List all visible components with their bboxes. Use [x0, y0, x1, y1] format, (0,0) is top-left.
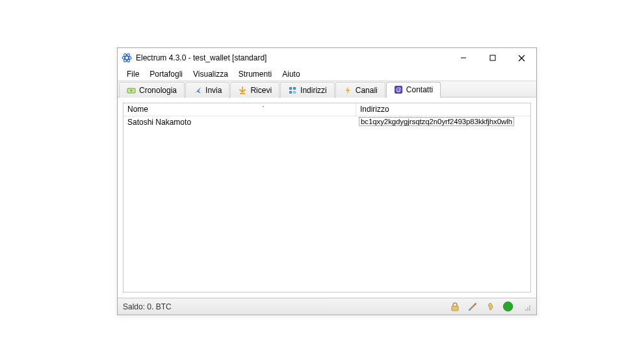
menu-file[interactable]: File — [122, 68, 144, 80]
network-status-icon[interactable] — [502, 301, 514, 313]
header-address[interactable]: Indirizzo — [356, 103, 530, 116]
svg-point-1 — [122, 56, 131, 59]
svg-rect-13 — [289, 91, 292, 94]
tab-label: Ricevi — [250, 86, 272, 95]
svg-point-24 — [527, 309, 528, 311]
tab-label: Contatti — [406, 85, 433, 94]
svg-text:@: @ — [395, 86, 401, 93]
settings-icon[interactable] — [467, 301, 478, 313]
cell-address: bc1qxy2kgdygjrsqtzq2n0yrf2493p83kkfjhx0w… — [356, 116, 530, 128]
cell-name: Satoshi Nakamoto — [124, 116, 356, 128]
tab-channels[interactable]: Canali — [335, 82, 385, 98]
receive-icon — [238, 86, 247, 95]
svg-point-20 — [474, 303, 476, 305]
tab-label: Cronologia — [139, 86, 177, 95]
menu-tools[interactable]: Strumenti — [233, 68, 277, 80]
menubar: File Portafogli Visualizza Strumenti Aiu… — [118, 68, 536, 81]
svg-point-27 — [527, 307, 528, 309]
tab-addresses[interactable]: Indirizzi — [280, 82, 335, 98]
titlebar: Electrum 4.3.0 - test_wallet [standard] — [118, 48, 536, 68]
menu-view[interactable]: Visualizza — [188, 68, 233, 80]
tab-label: Indirizzi — [300, 86, 327, 95]
maximize-button[interactable] — [478, 48, 507, 68]
svg-rect-12 — [293, 87, 296, 90]
tab-label: Canali — [356, 86, 378, 95]
address-value[interactable]: bc1qxy2kgdygjrsqtzq2n0yrf2493p83kkfjhx0w… — [359, 117, 514, 126]
app-icon — [122, 53, 132, 63]
app-window: Electrum 4.3.0 - test_wallet [standard] … — [117, 47, 537, 315]
table-row[interactable]: Satoshi Nakamoto bc1qxy2kgdygjrsqtzq2n0y… — [124, 116, 530, 128]
menu-wallet[interactable]: Portafogli — [144, 68, 188, 80]
svg-point-23 — [529, 309, 530, 311]
tab-contacts[interactable]: @ Contatti — [386, 82, 441, 98]
svg-rect-5 — [490, 55, 495, 60]
svg-point-26 — [525, 309, 526, 311]
window-controls — [448, 48, 536, 68]
svg-point-9 — [131, 90, 133, 92]
svg-point-25 — [529, 307, 530, 309]
sort-indicator-icon: ˄ — [262, 105, 265, 111]
svg-rect-17 — [452, 306, 458, 311]
svg-line-6 — [519, 55, 525, 61]
window-title: Electrum 4.3.0 - test_wallet [standard] — [136, 53, 266, 62]
svg-rect-11 — [289, 87, 292, 90]
contacts-icon: @ — [394, 85, 403, 94]
balance-label: Saldo: 0. BTC — [123, 302, 172, 311]
tab-history[interactable]: Cronologia — [119, 82, 185, 98]
statusbar: Saldo: 0. BTC — [118, 298, 536, 315]
status-icons — [449, 301, 531, 313]
close-button[interactable] — [507, 48, 536, 68]
seed-icon[interactable] — [484, 301, 496, 313]
tab-label: Invia — [205, 86, 222, 95]
content-area: Nome ˄ Indirizzo Satoshi Nakamoto bc1qxy… — [118, 98, 536, 298]
tab-strip: Cronologia Invia Ricevi Indirizzi Canali — [118, 81, 536, 98]
svg-rect-14 — [293, 91, 296, 94]
svg-line-7 — [519, 55, 525, 61]
contacts-table: Nome ˄ Indirizzo Satoshi Nakamoto bc1qxy… — [123, 103, 531, 292]
lock-icon[interactable] — [449, 301, 461, 313]
minimize-button[interactable] — [448, 48, 478, 68]
history-icon — [127, 86, 136, 95]
tab-receive[interactable]: Ricevi — [230, 82, 280, 98]
tab-send[interactable]: Invia — [185, 82, 229, 98]
send-icon — [193, 86, 202, 95]
addresses-icon — [288, 86, 297, 95]
menu-help[interactable]: Aiuto — [277, 68, 305, 80]
svg-point-28 — [529, 306, 530, 307]
header-name[interactable]: Nome ˄ — [124, 103, 356, 116]
table-body: Satoshi Nakamoto bc1qxy2kgdygjrsqtzq2n0y… — [124, 116, 530, 292]
table-header: Nome ˄ Indirizzo — [124, 103, 530, 116]
resize-grip-icon[interactable] — [522, 302, 531, 311]
channels-icon — [343, 86, 352, 95]
